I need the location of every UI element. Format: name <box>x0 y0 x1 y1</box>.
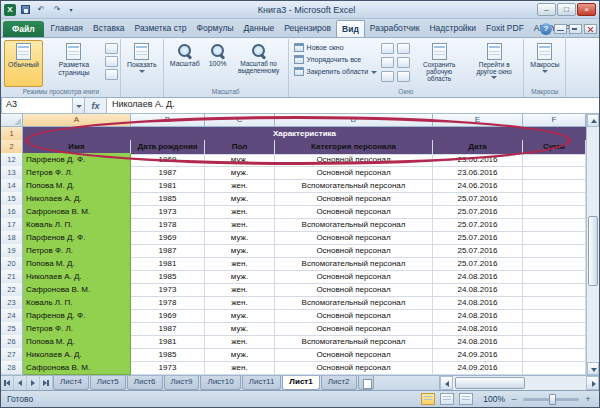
cell-B14[interactable]: 1981 <box>131 179 205 193</box>
cell-B13[interactable]: 1987 <box>131 166 205 180</box>
cell-F15[interactable] <box>523 192 586 206</box>
name-box[interactable]: A3 <box>1 98 73 113</box>
cell-C16[interactable]: жен. <box>205 205 275 219</box>
full-screen-icon[interactable] <box>105 69 118 80</box>
cell-F21[interactable] <box>523 270 586 284</box>
cell-D12[interactable]: Основной персонал <box>275 153 433 167</box>
column-header-A[interactable]: A <box>23 114 131 126</box>
cell-D13[interactable]: Основной персонал <box>275 166 433 180</box>
row-header-14[interactable]: 14 <box>1 179 23 193</box>
cell-E17[interactable]: 25.07.2016 <box>433 218 523 232</box>
cell-D24[interactable]: Основной персонал <box>275 309 433 323</box>
normal-view-button[interactable]: Обычный <box>4 40 43 87</box>
cell-F28[interactable] <box>523 361 586 375</box>
column-header-B[interactable]: B <box>131 114 205 126</box>
switch-windows-button[interactable]: Перейти в другое окно <box>467 40 521 87</box>
cell-F16[interactable] <box>523 205 586 219</box>
cell-B17[interactable]: 1978 <box>131 218 205 232</box>
zoom-to-selection-button[interactable]: Масштаб по выделенному <box>232 40 286 87</box>
row-header-28[interactable]: 28 <box>1 361 23 375</box>
cell-E12[interactable]: 23.06.2016 <box>433 153 523 167</box>
cell-B24[interactable]: 1969 <box>131 309 205 323</box>
cell-C23[interactable]: жен. <box>205 296 275 310</box>
row-header-13[interactable]: 13 <box>1 166 23 180</box>
ribbon-tab-1[interactable]: Вставка <box>88 20 130 37</box>
prev-sheet-button[interactable] <box>14 376 27 390</box>
cell-A22[interactable]: Сафронова В. М. <box>23 283 131 297</box>
last-sheet-button[interactable] <box>40 376 53 390</box>
cell-F18[interactable] <box>523 231 586 245</box>
unhide-window-icon[interactable] <box>381 71 394 82</box>
row-header-12[interactable]: 12 <box>1 153 23 167</box>
cell-A15[interactable]: Николаев А. Д. <box>23 192 131 206</box>
cell-B15[interactable]: 1985 <box>131 192 205 206</box>
zoom-slider[interactable] <box>523 398 579 401</box>
cell-A17[interactable]: Коваль Л. П. <box>23 218 131 232</box>
cell-F19[interactable] <box>523 244 586 258</box>
column-header-E[interactable]: E <box>433 114 523 126</box>
ribbon-tab-0[interactable]: Главная <box>46 20 88 37</box>
row-header-22[interactable]: 22 <box>1 283 23 297</box>
next-sheet-button[interactable] <box>27 376 40 390</box>
scroll-down-icon[interactable] <box>587 362 599 375</box>
cell-C22[interactable]: жен. <box>205 283 275 297</box>
cell-E26[interactable]: 24.08.2016 <box>433 335 523 349</box>
close-button[interactable]: × <box>577 3 596 16</box>
cell-A12[interactable]: Парфенов Д. Ф. <box>23 153 131 167</box>
sheet-tab-2[interactable]: Лист6 <box>127 376 163 390</box>
cell-C24[interactable]: муж. <box>205 309 275 323</box>
cell-D15[interactable]: Основной персонал <box>275 192 433 206</box>
horizontal-scroll-track[interactable] <box>453 376 586 390</box>
cell-A14[interactable]: Попова М. Д. <box>23 179 131 193</box>
cell-A27[interactable]: Николаев А. Д. <box>23 348 131 362</box>
cell-A16[interactable]: Сафронова В. М. <box>23 205 131 219</box>
cell-B22[interactable]: 1973 <box>131 283 205 297</box>
cell-E21[interactable]: 24.08.2016 <box>433 270 523 284</box>
cell-B19[interactable]: 1987 <box>131 244 205 258</box>
cell-D20[interactable]: Вспомогательный персонал <box>275 257 433 271</box>
cell-E25[interactable]: 24.08.2016 <box>433 322 523 336</box>
cell-A13[interactable]: Петров Ф. Л. <box>23 166 131 180</box>
cell-C12[interactable]: муж. <box>205 153 275 167</box>
cell-A19[interactable]: Петров Ф. Л. <box>23 244 131 258</box>
vertical-scrollbar[interactable] <box>586 114 599 375</box>
insert-worksheet-icon[interactable] <box>358 376 374 390</box>
cell-C15[interactable]: муж. <box>205 192 275 206</box>
split-icon[interactable] <box>381 43 394 54</box>
ribbon-tab-7[interactable]: Разработчик <box>365 20 425 37</box>
help-icon[interactable]: ? <box>540 23 552 35</box>
formula-input[interactable]: Николаев А. Д. <box>107 98 599 113</box>
cell-B27[interactable]: 1985 <box>131 348 205 362</box>
row-header-24[interactable]: 24 <box>1 309 23 323</box>
first-sheet-button[interactable] <box>1 376 14 390</box>
cell-C20[interactable]: жен. <box>205 257 275 271</box>
page-layout-button[interactable]: Разметка страницы <box>44 40 104 87</box>
cell-E24[interactable]: 24.08.2016 <box>433 309 523 323</box>
insert-function-button[interactable]: fx <box>85 98 107 113</box>
zoom-level[interactable]: 100% <box>483 394 505 404</box>
cell-E22[interactable]: 24.08.2016 <box>433 283 523 297</box>
zoom-in-icon[interactable]: + <box>583 394 593 404</box>
cell-B28[interactable]: 1973 <box>131 361 205 375</box>
sheet-tab-7[interactable]: Лист2 <box>321 376 357 390</box>
column-header-D[interactable]: D <box>275 114 433 126</box>
ribbon-tab-2[interactable]: Разметка стр <box>130 20 192 37</box>
redo-button[interactable]: ↷ <box>50 3 64 16</box>
file-tab[interactable]: Файл <box>3 21 44 37</box>
cell-C13[interactable]: муж. <box>205 166 275 180</box>
sheet-tab-0[interactable]: Лист4 <box>53 376 89 390</box>
status-page-break-icon[interactable] <box>459 393 473 405</box>
name-box-dropdown-icon[interactable] <box>73 98 85 113</box>
cell-F13[interactable] <box>523 166 586 180</box>
sheet-tab-4[interactable]: Лист10 <box>200 376 240 390</box>
cell-E13[interactable]: 23.06.2016 <box>433 166 523 180</box>
qat-dropdown-icon[interactable]: ▾ <box>66 3 76 16</box>
cell-F20[interactable] <box>523 257 586 271</box>
ribbon-tab-3[interactable]: Формулы <box>192 20 239 37</box>
ribbon-tab-9[interactable]: Foxit PDF <box>481 20 529 37</box>
page-break-preview-icon[interactable] <box>105 43 118 54</box>
ribbon-tab-6[interactable]: Вид <box>336 20 365 37</box>
cell-E20[interactable]: 25.07.2016 <box>433 257 523 271</box>
cell-F22[interactable] <box>523 283 586 297</box>
cell-C27[interactable]: муж. <box>205 348 275 362</box>
